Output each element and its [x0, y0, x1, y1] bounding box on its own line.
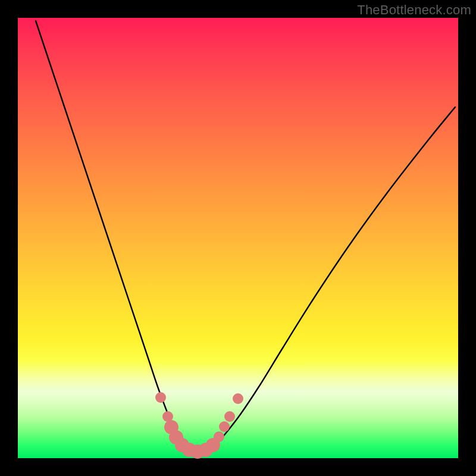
curve-marker [155, 392, 166, 403]
curve-markers [155, 392, 243, 459]
chart-frame: TheBottleneck.com [0, 0, 476, 476]
curve-marker [214, 431, 224, 442]
curve-marker [233, 393, 243, 404]
bottleneck-curve-line [36, 21, 455, 451]
curve-marker [219, 421, 230, 432]
chart-svg [18, 18, 458, 458]
curve-marker [224, 411, 235, 422]
watermark-text: TheBottleneck.com [357, 2, 471, 18]
